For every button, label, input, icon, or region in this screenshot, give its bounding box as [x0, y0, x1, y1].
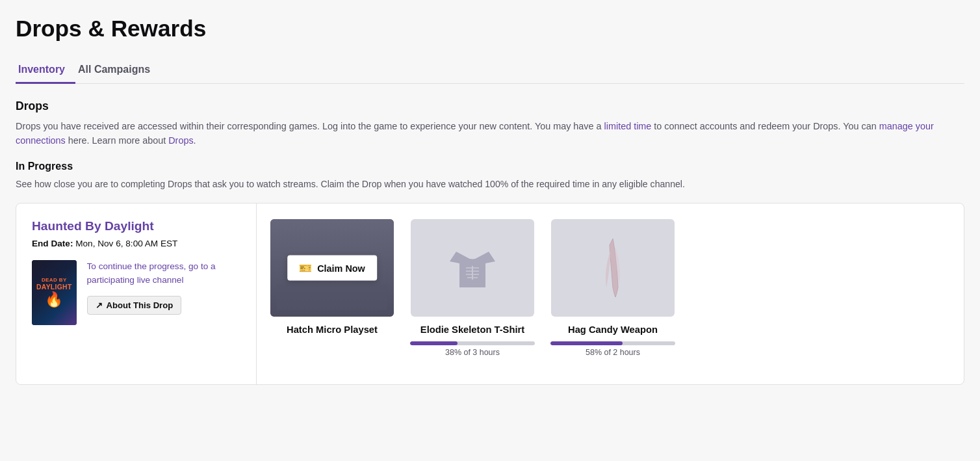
progress-fill-elodie [410, 341, 458, 345]
drop-item-elodie: Elodie Skeleton T-Shirt 38% of 3 hours [407, 219, 537, 357]
drop-item-hag: Hag Candy Weapon 58% of 2 hours [548, 219, 678, 357]
drop-image-hatch: 🎫 Claim Now [270, 219, 394, 317]
progress-track-hag [550, 341, 675, 345]
drop-name-hag: Hag Candy Weapon [568, 324, 658, 335]
game-image: DEAD BY DAYLIGHT 🔥 [32, 260, 77, 325]
end-date-value: Mon, Nov 6, 8:00 AM EST [75, 239, 177, 248]
about-drop-label: About This Drop [107, 300, 174, 310]
progress-label-elodie: 38% of 3 hours [410, 348, 535, 357]
drops-section: Drops Drops you have received are access… [16, 99, 964, 148]
desc-text-1: Drops you have received are accessed wit… [16, 121, 604, 131]
drop-image-elodie [411, 219, 534, 317]
drops-link[interactable]: Drops [168, 135, 193, 146]
drop-name-elodie: Elodie Skeleton T-Shirt [420, 324, 524, 335]
progress-fill-hag [550, 341, 623, 345]
game-info-row: DEAD BY DAYLIGHT 🔥 To continue the progr… [32, 260, 243, 325]
campaign-name: Haunted By Daylight [32, 219, 243, 233]
progress-track-elodie [410, 341, 535, 345]
drops-list: 🎫 Claim Now Hatch Micro Playset [257, 204, 964, 384]
continue-link[interactable]: To continue the progress, go to a partic… [87, 260, 243, 287]
drop-image-hag [551, 219, 675, 317]
campaign-end-date: End Date: Mon, Nov 6, 8:00 AM EST [32, 239, 243, 248]
in-progress-title: In Progress [16, 161, 964, 172]
campaign-side-info: To continue the progress, go to a partic… [87, 260, 243, 315]
drops-section-title: Drops [16, 99, 964, 113]
desc-text-4: . [194, 135, 196, 146]
claim-now-button[interactable]: 🎫 Claim Now [287, 256, 377, 281]
drops-section-desc: Drops you have received are accessed wit… [16, 120, 964, 148]
tab-inventory[interactable]: Inventory [16, 57, 75, 84]
desc-text-2: to connect accounts and redeem your Drop… [651, 121, 879, 131]
drop-item-hatch: 🎫 Claim Now Hatch Micro Playset [267, 219, 397, 341]
desc-text-3: here. Learn more about [66, 135, 168, 146]
limited-time-link[interactable]: limited time [604, 121, 652, 131]
tabs-container: Inventory All Campaigns [16, 57, 964, 84]
in-progress-section: In Progress See how close you are to com… [16, 161, 964, 191]
hag-weapon-icon [587, 235, 639, 300]
dbd-fire-icon: DEAD BY DAYLIGHT 🔥 [32, 260, 77, 325]
end-date-label: End Date: [32, 239, 73, 248]
campaign-card: Haunted By Daylight End Date: Mon, Nov 6… [16, 203, 964, 385]
page-title: Drops & Rewards [16, 16, 964, 42]
in-progress-desc: See how close you are to completing Drop… [16, 178, 964, 191]
about-this-drop-button[interactable]: ↗ About This Drop [87, 296, 182, 315]
drop-name-hatch: Hatch Micro Playset [287, 324, 378, 335]
tab-all-campaigns[interactable]: All Campaigns [75, 57, 161, 84]
about-drop-arrow-icon: ↗ [96, 300, 103, 310]
campaign-info-panel: Haunted By Daylight End Date: Mon, Nov 6… [16, 204, 257, 384]
progress-container-hag: 58% of 2 hours [548, 341, 678, 357]
skeleton-tshirt-icon [443, 239, 502, 297]
claim-icon: 🎫 [299, 262, 312, 274]
game-image-inner: DEAD BY DAYLIGHT 🔥 [32, 260, 77, 325]
claim-label: Claim Now [317, 263, 365, 273]
progress-container-elodie: 38% of 3 hours [407, 341, 537, 357]
progress-label-hag: 58% of 2 hours [550, 348, 675, 357]
